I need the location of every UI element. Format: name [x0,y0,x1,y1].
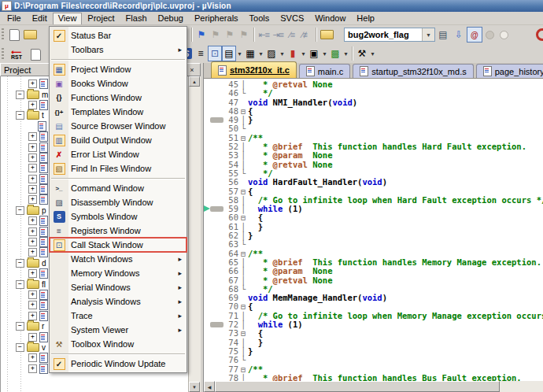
new-file-button[interactable] [6,27,22,43]
step-doc-icon[interactable] [28,47,43,63]
tree-expander-icon[interactable]: + [28,301,37,309]
menu-item-memory-windows[interactable]: Memory Windows▸ [50,266,187,280]
menu-item-templates-window[interactable]: {}+Templates Window [50,105,187,119]
load-project-icon[interactable] [319,27,334,43]
debug-session-icon[interactable] [536,28,543,41]
memory-dropdown-icon[interactable]: ▾ [257,50,264,57]
menu-item-symbols-window[interactable]: SSymbols Window [50,209,187,224]
tab-stm32f10x-it-c[interactable]: stm32f10x_it.c [211,61,297,78]
menu-item-error-list-window[interactable]: ✗Error List Window [50,147,187,161]
tree-expander-icon[interactable]: + [28,164,37,172]
tab-startup-stm32f10x-md-s[interactable]: startup_stm32f10x_md.s [353,64,473,78]
tree-expander-icon[interactable]: − [16,259,24,268]
indent-right-icon[interactable]: ⇥≡ [271,27,285,43]
tree-expander-icon[interactable]: + [28,333,37,342]
menubar-item-tools[interactable]: Tools [244,13,275,24]
menubar-item-file[interactable]: File [2,13,27,24]
tree-expander-icon[interactable]: + [28,153,37,162]
tree-expander-icon[interactable]: − [16,280,24,289]
clear-bookmarks-icon[interactable]: ⚑ [237,27,251,43]
analysis-window-icon[interactable]: ▮ [286,46,300,61]
menu-item-command-window[interactable]: >_Command Window [50,181,187,195]
next-bookmark-icon[interactable]: ⚑ [223,27,237,43]
peripherals-dropdown-icon[interactable]: ▾ [342,50,349,57]
tree-expander-icon[interactable]: + [28,143,37,152]
menu-item-books-window[interactable]: ▣Books Window [50,76,187,91]
tree-expander-icon[interactable]: + [28,353,37,362]
peripherals-icon[interactable]: ▩ [328,46,342,61]
menubar-item-help[interactable]: Help [351,13,380,24]
menubar-item-peripherals[interactable]: Peripherals [189,13,244,24]
close-icon[interactable]: × [187,65,197,75]
menu-item-disassembly-window[interactable]: ▨Disassembly Window [50,195,187,209]
memory-window-icon[interactable]: ▦ [243,46,257,61]
call-stack-toolbar-icon[interactable]: ⊡ [208,46,222,61]
tab-main-c[interactable]: main.c [299,64,350,78]
menu-item-registers-window[interactable]: ≡Registers Window [50,224,187,238]
menubar-item-svcs[interactable]: SVCS [275,13,309,24]
find-symbol-icon[interactable]: @ [467,27,482,43]
toggle-bookmark-icon[interactable]: ⚑ [194,27,209,43]
scroll-down-icon[interactable]: ▼ [189,382,200,392]
code-area[interactable]: 45│ * @retval None46└ */47 void NMI_Hand… [204,79,543,381]
menubar-item-debug[interactable]: Debug [153,13,189,24]
tree-expander-icon[interactable]: + [28,195,37,204]
menubar-item-project[interactable]: Project [82,13,120,24]
navigate-arrow-icon[interactable]: ⇩ [451,27,467,43]
menu-item-call-stack-window[interactable]: ⊡Call Stack Window [50,238,187,252]
tree-expander-icon[interactable]: − [16,206,24,215]
prev-bookmark-icon[interactable]: ⚑ [209,27,223,43]
toolbox-icon[interactable]: ⚒ [355,46,369,61]
uncomment-icon[interactable]: ∕≢ [299,27,313,43]
menu-item-system-viewer[interactable]: System Viewer▸ [50,323,187,337]
comment-icon[interactable]: ∕≡ [285,27,299,43]
analysis-dropdown-icon[interactable]: ▾ [300,50,307,57]
toolbar-grip2[interactable] [2,48,4,61]
menu-item-source-browser-window[interactable]: ▤Source Browser Window [50,119,187,133]
indent-left-icon[interactable]: ⇤≡ [257,27,271,43]
tree-expander-icon[interactable]: + [28,227,37,236]
tree-expander-icon[interactable]: − [16,111,24,120]
sysviewer-dropdown-icon[interactable]: ▾ [321,50,328,57]
hscroll-left-icon[interactable]: ◀ [204,381,215,392]
watch-dropdown-icon[interactable]: ▾ [236,50,243,57]
menu-item-analysis-windows[interactable]: Analysis Windows▸ [50,294,187,309]
tree-expander-icon[interactable]: − [16,91,24,99]
tree-expander-icon[interactable]: + [28,132,37,141]
registers-window-icon[interactable]: ≡ [194,46,208,61]
menu-item-watch-windows[interactable]: Watch Windows▸ [50,252,187,266]
tree-expander-icon[interactable]: + [28,290,37,299]
toolbar-grip[interactable] [2,28,4,41]
menu-item-project-window[interactable]: ▦Project Window [50,62,187,76]
tree-expander-icon[interactable]: − [16,343,24,352]
find-in-files-icon[interactable]: ▤ [435,27,451,43]
tree-expander-icon[interactable]: − [16,322,24,331]
tree-expander-icon[interactable]: + [28,216,37,225]
editor-hscrollbar[interactable]: ◀ [204,381,543,392]
menu-item-find-in-files-window[interactable]: ▧Find In Files Window [50,161,187,176]
tree-expander-icon[interactable]: + [28,185,37,194]
tab-page-history-c[interactable]: page_history.c [476,64,543,78]
menu-item-status-bar[interactable]: ✓Status Bar [50,28,187,43]
tree-expander-icon[interactable]: + [28,238,37,246]
hscroll-thumb[interactable] [215,381,500,392]
project-tree-scrollbar[interactable]: ▲ ▼ [188,76,201,392]
menu-item-toolbox-window[interactable]: ⚒Toolbox Window [50,337,187,351]
serial-window-icon[interactable]: ▨ [264,46,279,61]
menu-item-periodic-window-update[interactable]: ✓Periodic Window Update [50,357,187,371]
menu-item-toolbars[interactable]: Toolbars▸ [50,43,187,57]
menubar-item-flash[interactable]: Flash [120,13,153,24]
tree-expander-icon[interactable]: + [28,312,37,320]
serial-dropdown-icon[interactable]: ▾ [279,50,286,57]
tree-expander-icon[interactable]: + [28,269,37,278]
tree-expander-icon[interactable]: + [28,80,37,88]
reset-button[interactable]: ⟵ RST [6,46,28,64]
menubar-item-window[interactable]: Window [309,13,351,24]
tree-expander-icon[interactable]: + [28,364,37,373]
watch-window-icon[interactable]: ▤ [222,46,236,61]
menu-item-functions-window[interactable]: {}Functions Window [50,91,187,105]
tree-expander-icon[interactable]: + [28,248,37,257]
menubar-item-edit[interactable]: Edit [27,13,53,24]
menubar-item-view[interactable]: View [53,13,83,24]
open-file-button[interactable] [22,27,38,43]
